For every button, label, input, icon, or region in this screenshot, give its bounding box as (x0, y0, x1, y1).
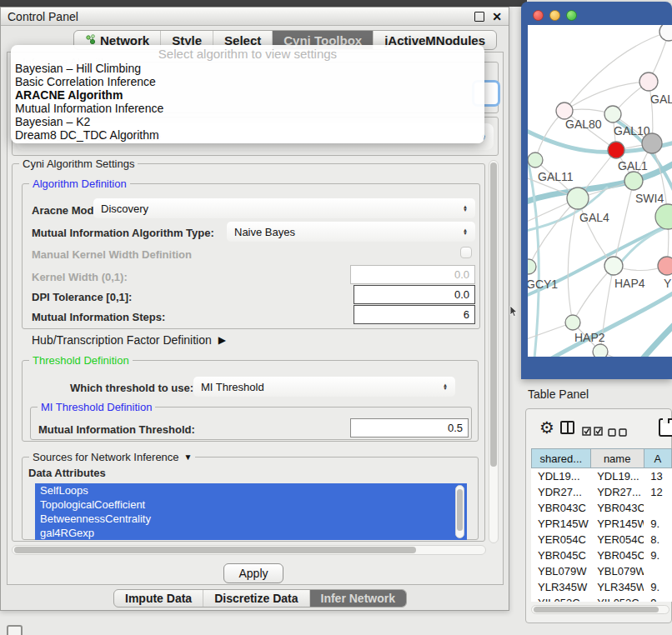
bottom-tab-discretize-data[interactable]: Discretize Data (203, 590, 308, 607)
manual-kernel-label: Manual Kernel Width Definition (32, 248, 192, 261)
network-node-unlabeled[interactable] (659, 25, 672, 41)
node-label-hap2: HAP2 (574, 331, 605, 344)
node-label-gal4: GAL4 (579, 211, 609, 224)
dpi-tolerance-input[interactable]: 0.0 (354, 285, 475, 304)
table-row[interactable]: YPR145WYPR145W9. (531, 516, 672, 532)
table-row[interactable]: YBL079WYBL079W (531, 563, 672, 579)
table-row[interactable]: YER054CYER054C8. (531, 532, 672, 548)
collapse-right-icon: ▶ (218, 334, 226, 346)
control-panel-titlebar[interactable]: Control Panel ✕ (1, 8, 509, 26)
table-cell: YBR043C (590, 502, 644, 514)
collapsed-panel-icon[interactable] (7, 625, 23, 635)
dropdown-placeholder: Select algorithm to view settings (11, 45, 484, 62)
node-label-gcy1: GCY1 (528, 278, 558, 291)
float-panel-icon[interactable] (474, 12, 484, 22)
table-mode-icon[interactable] (659, 418, 672, 437)
columns-icon[interactable] (560, 421, 574, 434)
gear-icon[interactable]: ⚙ (539, 418, 554, 438)
mouse-cursor (509, 306, 519, 321)
algorithm-dropdown: Select algorithm to view settings Bayesi… (11, 45, 484, 143)
network-node-gal11[interactable] (528, 152, 543, 168)
table-header: shared...nameA (531, 448, 672, 468)
kernel-width-input[interactable]: 0.0 (350, 265, 475, 284)
attribute-item-gal4rgexp[interactable]: gal4RGexp (35, 526, 467, 540)
window-zoom-button[interactable] (566, 10, 577, 21)
dropdown-item-dream8-dc-tdc-algorithm[interactable]: Dream8 DC_TDC Algorithm (11, 128, 484, 142)
network-node-gal4[interactable] (567, 188, 589, 209)
tab-label: Discretize Data (214, 592, 298, 605)
table-horizontal-scrollbar[interactable] (531, 605, 669, 614)
node-label-swi4: SWI4 (635, 192, 664, 205)
checked-checkboxes-icon[interactable] (582, 424, 604, 439)
which-threshold-combo[interactable]: MI Threshold ▲▼ (193, 377, 455, 397)
attribute-item-topologicalcoefficient[interactable]: TopologicalCoefficient (35, 498, 467, 512)
table-row[interactable]: YBR045CYBR045C9. (531, 548, 672, 563)
table-cell: 9. (644, 549, 672, 562)
network-node-unlabeled[interactable] (593, 344, 608, 357)
table-row[interactable]: YDR27...YDR27...12 (531, 484, 672, 500)
mi-threshold-input[interactable]: 0.5 (350, 418, 469, 438)
table-cell: YIL052C (590, 597, 644, 602)
mi-steps-label: Mutual Information Steps: (32, 311, 165, 323)
hub-definition-expander[interactable]: Hub/Transcription Factor Definition ▶ (32, 333, 226, 347)
table-cell: 9. (644, 581, 672, 593)
network-canvas[interactable]: GALGAL80GAL10GAL1GAL11SWI4GAL4GCY1HAP4YH… (528, 25, 672, 357)
table-cell: YBR045C (590, 549, 644, 562)
unchecked-checkboxes-icon[interactable] (608, 425, 628, 440)
aracne-mode-combo[interactable]: Discovery ▲▼ (93, 198, 475, 218)
mi-threshold-group-title: MI Threshold Definition (38, 401, 155, 413)
network-node-gal80[interactable] (556, 102, 573, 119)
dropdown-item-bayesian-hill-climbing[interactable]: Bayesian – Hill Climbing (11, 62, 484, 75)
network-node-hap4[interactable] (604, 257, 623, 275)
mi-type-combo[interactable]: Naive Bayes ▲▼ (227, 222, 475, 242)
spinner-arrows-icon: ▲▼ (463, 228, 468, 236)
dropdown-item-bayesian-k2[interactable]: Bayesian – K2 (11, 115, 484, 128)
bottom-tab-impute-data[interactable]: Impute Data (114, 590, 203, 607)
table-cell: YIL052C (531, 597, 590, 602)
collapse-down-icon: ▼ (184, 452, 193, 462)
apply-button[interactable]: Apply (223, 563, 283, 583)
table-cell: YLR345W (531, 581, 590, 593)
table-cell: 8. (644, 533, 672, 546)
network-node-y[interactable] (658, 257, 672, 275)
tab-label: Infer Network (321, 592, 395, 605)
close-icon[interactable]: ✕ (492, 11, 502, 22)
table-row[interactable]: YBR043CYBR043C (531, 500, 672, 516)
bottom-tab-infer-network[interactable]: Infer Network (309, 590, 406, 607)
table-cell: YDL19... (531, 470, 590, 482)
data-attributes-list: SelfLoopsTopologicalCoefficientBetweenne… (35, 483, 467, 540)
mi-steps-input[interactable]: 6 (354, 305, 475, 324)
settings-vertical-scrollbar[interactable] (489, 160, 499, 543)
network-node-gcy1[interactable] (528, 259, 536, 274)
attribute-item-selfloops[interactable]: SelfLoops (35, 483, 467, 498)
table-row[interactable]: YLR345WYLR345W9. (531, 579, 672, 595)
mi-type-value: Naive Bayes (234, 226, 295, 238)
data-attributes-label: Data Attributes (28, 467, 106, 479)
window-minimize-button[interactable] (549, 10, 560, 21)
network-node-unlabeled[interactable] (642, 133, 662, 153)
dropdown-item-basic-correlation-inference[interactable]: Basic Correlation Inference (11, 75, 484, 88)
column-header-name[interactable]: name (591, 449, 644, 468)
manual-kernel-checkbox[interactable] (460, 247, 472, 258)
table-row[interactable]: YDL19...YDL19...13 (531, 468, 672, 484)
node-label-gal: GAL (650, 92, 672, 106)
network-node-gal[interactable] (639, 72, 658, 91)
sources-group-title-wrap[interactable]: Sources for Network Inference ▼ (29, 451, 195, 463)
settings-horizontal-scrollbar[interactable] (12, 545, 486, 555)
network-node-swi4[interactable] (624, 172, 643, 190)
network-node-gal1[interactable] (608, 142, 624, 158)
dropdown-item-mutual-information-inference[interactable]: Mutual Information Inference (11, 102, 484, 115)
attribute-item-betweennesscentrality[interactable]: BetweennessCentrality (35, 512, 467, 526)
window-close-button[interactable] (533, 10, 544, 21)
column-header-shared[interactable]: shared... (532, 449, 591, 468)
table-cell: YBL079W (590, 565, 644, 578)
column-header-a[interactable]: A (644, 449, 672, 468)
network-node-unlabeled[interactable] (655, 204, 672, 229)
algorithm-definition-title: Algorithm Definition (29, 178, 130, 190)
network-node-hap2[interactable] (565, 315, 580, 330)
dropdown-item-aracne-algorithm[interactable]: ARACNE Algorithm (11, 88, 484, 102)
tab-label: Impute Data (125, 592, 192, 605)
network-node-gal10[interactable] (604, 106, 621, 122)
table-row[interactable]: YIL052CYIL052C9 (531, 595, 672, 602)
attributes-list-scrollbar[interactable] (455, 485, 464, 538)
